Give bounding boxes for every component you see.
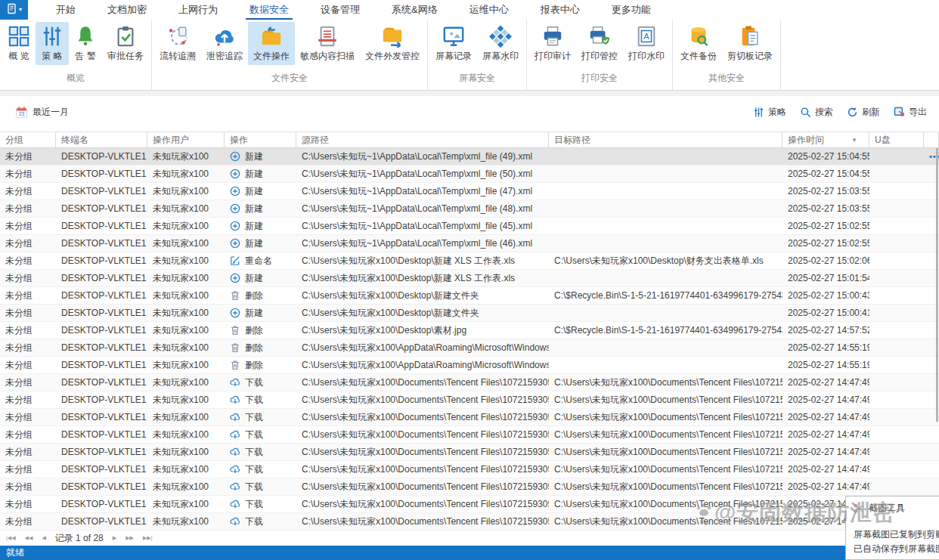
operation-label: 删除 (245, 359, 263, 372)
column-header-group[interactable]: 分组 (0, 132, 56, 147)
date-range-filter[interactable]: 23 最近一月 (15, 106, 69, 119)
cell-operation: 新建 (225, 185, 296, 198)
filter-bar: 23 最近一月 策略搜索刷新导出 (0, 91, 939, 131)
toolbar-button-sliders-small[interactable]: 策略 (753, 106, 786, 119)
table-row[interactable]: 未分组DESKTOP-VLKTLE1未知玩家x100下载C:\Users\未知玩… (0, 444, 939, 461)
table-row[interactable]: 未分组DESKTOP-VLKTLE1未知玩家x100下载C:\Users\未知玩… (0, 461, 939, 478)
table-row[interactable]: 未分组DESKTOP-VLKTLE1未知玩家x100新建C:\Users\未知玩… (0, 305, 939, 322)
ribbon-button-flow-trace[interactable]: 流转追溯 (154, 22, 201, 65)
toolbar-button-search[interactable]: 搜索 (800, 106, 833, 119)
tab-5[interactable]: 系统&网络 (376, 0, 454, 20)
ribbon-button-file-backup[interactable]: 文件备份 (675, 22, 722, 65)
operation-label: 下载 (245, 394, 263, 407)
table-row[interactable]: 未分组DESKTOP-VLKTLE1未知玩家x100下载C:\Users\未知玩… (0, 513, 939, 531)
tab-1[interactable]: 文档加密 (91, 0, 163, 20)
table-row[interactable]: 未分组DESKTOP-VLKTLE1未知玩家x100下载C:\Users\未知玩… (0, 409, 939, 426)
table-row[interactable]: 未分组DESKTOP-VLKTLE1未知玩家x100删除C:\Users\未知玩… (0, 287, 939, 305)
tab-3[interactable]: 数据安全 (234, 0, 305, 20)
column-header-terminal[interactable]: 终端名 (56, 132, 147, 147)
vertical-scrollbar[interactable] (936, 148, 938, 422)
ribbon-button-file-operations[interactable]: 文件操作 (248, 22, 295, 65)
table-row[interactable]: 未分组DESKTOP-VLKTLE1未知玩家x100新建C:\Users\未知玩… (0, 166, 939, 183)
ribbon-button-policy-sliders[interactable]: 策 略 (36, 22, 69, 65)
pager-next-0[interactable]: ▶ (113, 535, 116, 541)
column-header-source[interactable]: 源路径 (296, 132, 549, 147)
table-row[interactable]: 未分组DESKTOP-VLKTLE1未知玩家x100删除C:\Users\未知玩… (0, 357, 939, 374)
pager-next-1[interactable]: ▶▶ (126, 535, 134, 541)
tab-0[interactable]: 开始 (40, 0, 91, 20)
column-header-time[interactable]: 操作时间▼ (782, 132, 869, 147)
tab-4[interactable]: 设备管理 (305, 0, 376, 20)
trash-icon (230, 290, 240, 301)
cell-terminal: DESKTOP-VLKTLE1 (56, 325, 147, 336)
table-row[interactable]: 未分组DESKTOP-VLKTLE1未知玩家x100新建C:\Users\未知玩… (0, 148, 939, 166)
table-row[interactable]: 未分组DESKTOP-VLKTLE1未知玩家x100下载C:\Users\未知玩… (0, 496, 939, 513)
cell-target: C:\Users\未知玩家x100\Documents\Tencent File… (549, 411, 782, 424)
ribbon-button-leak-track[interactable]: 泄密追踪 (201, 22, 248, 65)
column-header-target[interactable]: 目标路径 (549, 132, 782, 147)
operation-label: 下载 (245, 429, 263, 441)
table-row[interactable]: 未分组DESKTOP-VLKTLE1未知玩家x100新建C:\Users\未知玩… (0, 183, 939, 200)
table-row[interactable]: 未分组DESKTOP-VLKTLE1未知玩家x100下载C:\Users\未知玩… (0, 478, 939, 496)
tab-6[interactable]: 运维中心 (454, 0, 525, 20)
filter-dropdown-icon[interactable]: ▼ (851, 137, 857, 144)
cell-source: C:\Users\未知玩家x100\Documents\Tencent File… (296, 498, 549, 511)
table-row[interactable]: 未分组DESKTOP-VLKTLE1未知玩家x100新建C:\Users\未知玩… (0, 218, 939, 235)
cell-group: 未分组 (0, 411, 56, 424)
tab-label: 更多功能 (612, 3, 651, 17)
table-row[interactable]: 未分组DESKTOP-VLKTLE1未知玩家x100新建C:\Users\未知玩… (0, 200, 939, 218)
ribbon-button-clipboard-record[interactable]: 剪切板记录 (722, 22, 778, 65)
ribbon-button-print-watermark[interactable]: A打印水印 (623, 22, 670, 65)
cell-source: C:\Users\未知玩~1\AppData\Local\Temp\xml_fi… (296, 150, 549, 163)
cell-terminal: DESKTOP-VLKTLE1 (56, 151, 147, 162)
ribbon-button-overview-grid[interactable]: 概 览 (2, 22, 36, 65)
pager-prev-0[interactable]: |◀◀ (6, 535, 16, 541)
tab-7[interactable]: 报表中心 (525, 0, 596, 20)
toolbar-button-export[interactable]: 导出 (894, 106, 927, 119)
column-header-actions[interactable] (924, 132, 939, 147)
table-row[interactable]: 未分组DESKTOP-VLKTLE1未知玩家x100重命名C:\Users\未知… (0, 252, 939, 270)
column-header-usb[interactable]: U盘 (869, 132, 924, 147)
table-row[interactable]: 未分组DESKTOP-VLKTLE1未知玩家x100删除C:\Users\未知玩… (0, 322, 939, 339)
cell-operation: 删除 (225, 324, 296, 337)
table-row[interactable]: 未分组DESKTOP-VLKTLE1未知玩家x100删除C:\Users\未知玩… (0, 339, 939, 357)
ribbon-button-approval-clipboard[interactable]: 审批任务 (102, 22, 149, 65)
table-row[interactable]: 未分组DESKTOP-VLKTLE1未知玩家x100下载C:\Users\未知玩… (0, 374, 939, 391)
pagination-bar: |◀◀◀◀◀记录 1 of 28▶▶▶▶▶| (0, 531, 939, 546)
search-icon (800, 107, 811, 118)
table-row[interactable]: 未分组DESKTOP-VLKTLE1未知玩家x100新建C:\Users\未知玩… (0, 235, 939, 252)
cell-group: 未分组 (0, 255, 56, 268)
column-header-operation[interactable]: 操作 (225, 132, 296, 147)
cell-user: 未知玩家x100 (147, 150, 225, 163)
cell-user: 未知玩家x100 (147, 394, 225, 407)
ribbon-button-content-scan[interactable]: 敏感内容扫描 (295, 22, 360, 65)
column-header-user[interactable]: 操作用户 (147, 132, 225, 147)
tab-8[interactable]: 更多功能 (596, 0, 667, 20)
ribbon-button-label: 告 警 (75, 50, 95, 63)
ribbon-button-print-control[interactable]: 打印管控 (576, 22, 623, 65)
cell-time: 2025-02-27 15:00:43 (782, 290, 869, 301)
ribbon-button-alert-bell[interactable]: 告 警 (69, 22, 102, 65)
cell-user: 未知玩家x100 (147, 324, 225, 337)
operation-label: 新建 (245, 220, 263, 233)
toolbar-button-refresh[interactable]: 刷新 (847, 106, 880, 119)
pager-next-2[interactable]: ▶▶| (143, 535, 153, 541)
approval-clipboard-icon (114, 25, 137, 48)
table-row[interactable]: 未分组DESKTOP-VLKTLE1未知玩家x100下载C:\Users\未知玩… (0, 391, 939, 409)
cell-group: 未分组 (0, 342, 56, 354)
table-row[interactable]: 未分组DESKTOP-VLKTLE1未知玩家x100新建C:\Users\未知玩… (0, 270, 939, 287)
cell-time: 2025-02-27 14:47:49 (782, 447, 869, 457)
cell-group: 未分组 (0, 168, 56, 181)
ribbon-button-screen-record[interactable]: 屏幕记录 (430, 22, 477, 65)
tab-2[interactable]: 上网行为 (163, 0, 234, 20)
ribbon-button-print-audit[interactable]: 打印审计 (529, 22, 576, 65)
tab-label: 报表中心 (541, 3, 580, 17)
snipping-tool-toast[interactable]: 截图工具 屏幕截图已复制到剪贴板 已自动保存到屏幕截图 (845, 496, 939, 560)
pager-prev-1[interactable]: ◀◀ (25, 535, 33, 541)
ribbon-button-file-outgoing[interactable]: 文件外发管控 (360, 22, 425, 65)
app-menu-button[interactable]: ▾ (0, 0, 28, 20)
table-row[interactable]: 未分组DESKTOP-VLKTLE1未知玩家x100下载C:\Users\未知玩… (0, 426, 939, 444)
cell-user: 未知玩家x100 (147, 272, 225, 285)
pager-prev-2[interactable]: ◀ (42, 535, 45, 541)
ribbon-button-screen-watermark[interactable]: 屏幕水印 (477, 22, 524, 65)
